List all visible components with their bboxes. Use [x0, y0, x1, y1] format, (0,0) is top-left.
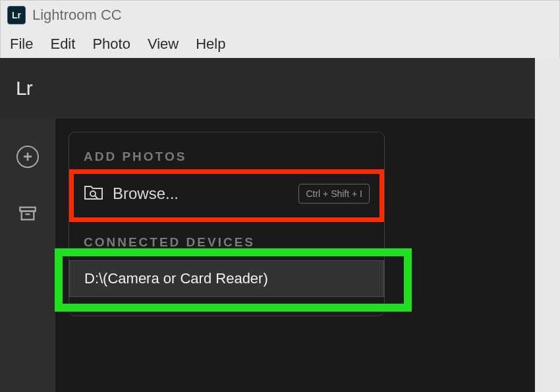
add-photos-panel: ADD PHOTOS Browse... Ctrl + Shift + I CO… [69, 132, 385, 316]
archive-icon [18, 204, 37, 223]
app-header: Lr [0, 58, 560, 119]
menu-file[interactable]: File [10, 36, 33, 53]
browse-label: Browse... [113, 184, 289, 203]
main-panel: ADD PHOTOS Browse... Ctrl + Shift + I CO… [55, 119, 560, 392]
menu-photo[interactable]: Photo [92, 36, 130, 53]
device-item-label: D:\(Camera or Card Reader) [84, 270, 268, 287]
svg-rect-1 [22, 211, 34, 220]
right-margin [535, 58, 560, 392]
folder-search-icon [84, 184, 103, 204]
browse-shortcut: Ctrl + Shift + I [298, 184, 370, 204]
titlebar: Lr Lightroom CC [1, 1, 559, 30]
menubar: File Edit Photo View Help [1, 30, 559, 59]
device-item[interactable]: D:\(Camera or Card Reader) [69, 260, 384, 297]
lr-logo: Lr [16, 77, 32, 99]
add-button[interactable]: + [16, 145, 40, 169]
connected-devices-heading: CONNECTED DEVICES [69, 218, 384, 258]
archive-button[interactable] [16, 202, 40, 225]
app-icon-text: Lr [12, 10, 21, 20]
add-photos-heading: ADD PHOTOS [69, 144, 384, 172]
svg-line-4 [95, 196, 98, 198]
menu-help[interactable]: Help [196, 36, 225, 53]
plus-icon: + [16, 146, 39, 168]
svg-point-3 [90, 191, 96, 196]
browse-button[interactable]: Browse... Ctrl + Shift + I [69, 172, 384, 215]
app-title: Lightroom CC [32, 7, 122, 24]
app-icon: Lr [7, 6, 26, 24]
menu-edit[interactable]: Edit [50, 36, 75, 53]
menu-view[interactable]: View [148, 36, 179, 53]
left-rail: + [0, 119, 55, 392]
